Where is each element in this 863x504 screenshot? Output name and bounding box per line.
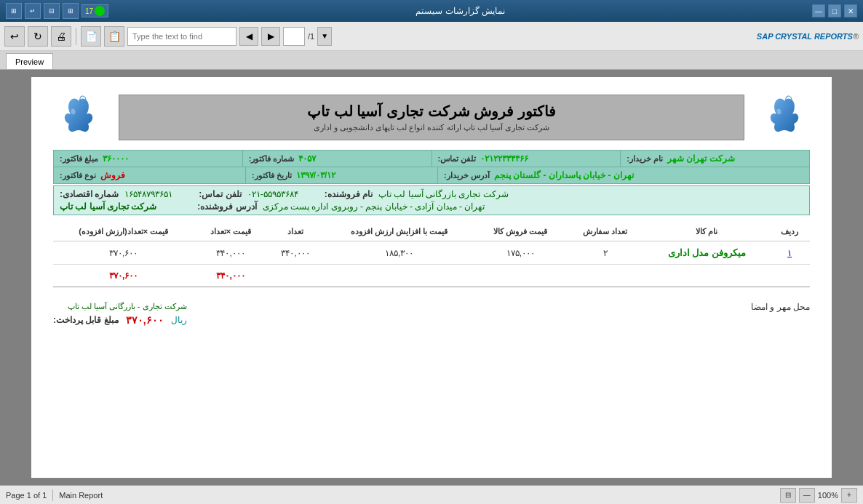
zoom-level: 100% bbox=[818, 491, 838, 500]
amount-value: ۳۶۰۰۰۰ bbox=[103, 153, 129, 164]
search-input[interactable] bbox=[127, 27, 236, 46]
info-cell-address: تهران - خیابان پاسداران - گلستان پنجم آد… bbox=[437, 167, 809, 183]
next-page-button[interactable]: ▶ bbox=[261, 27, 280, 46]
info-cell-date: ۱۳۹۷/۰۳/۱۲ تاریخ فاکتور: bbox=[245, 167, 437, 183]
stamp-label: محل مهر و امضا bbox=[751, 302, 810, 312]
green-status-dot bbox=[95, 6, 105, 16]
seller-eco-value: ۱۶۵۴۸۷۹۳۶۵۱ bbox=[124, 189, 172, 199]
toolbar-icon-1[interactable]: ⊞ bbox=[6, 3, 22, 19]
toolbar-icon-2[interactable]: ↵ bbox=[25, 3, 41, 19]
seller-eco-label: شماره اقتصادی: bbox=[60, 189, 119, 199]
close-button[interactable]: ✕ bbox=[844, 4, 857, 17]
info-cell-invoice-num: ۴۰۵۷ شماره فاکتور: bbox=[242, 151, 432, 167]
phone-value: ۰۲۱۲۲۳۳۴۴۶۶ bbox=[480, 153, 528, 164]
export-button[interactable]: 📄 bbox=[81, 26, 101, 47]
info-cell-amount: ۳۶۰۰۰۰ مبلغ فاکتور: bbox=[54, 151, 242, 167]
title-box: فاکتور فروش شرکت تجاری آسیا لب تاپ شرکت … bbox=[119, 95, 744, 140]
content-area[interactable]: فاکتور فروش شرکت تجاری آسیا لب تاپ شرکت … bbox=[0, 70, 863, 485]
print-button[interactable]: 🖨 bbox=[51, 26, 71, 47]
total-pages: /1 bbox=[308, 32, 314, 41]
zoom-in-button[interactable]: + bbox=[841, 488, 857, 503]
seller-phone-label: تلفن تماس: bbox=[199, 189, 241, 199]
cell-qty: ۳۴۰,۰۰۰ bbox=[268, 241, 324, 265]
title-bar: ⊞ ↵ ⊟ ⊞ 17 نمایش گزارشات سیستم — □ ✕ bbox=[0, 0, 863, 22]
seller-row-2: تهران - میدان آزادی - خیابان پنجم - روبر… bbox=[60, 201, 803, 212]
prev-page-button[interactable]: ◀ bbox=[239, 27, 258, 46]
tab-bar: Preview bbox=[0, 51, 863, 70]
currency-label: ریال bbox=[171, 315, 187, 325]
window-controls: — □ ✕ bbox=[812, 4, 857, 17]
seller-section: شرکت تجاری بازرگانی آسیا لب تاپ نام فروش… bbox=[53, 185, 810, 215]
preview-tab[interactable]: Preview bbox=[6, 53, 53, 69]
toolbar-icon-4[interactable]: ⊞ bbox=[63, 3, 79, 19]
page-dropdown-button[interactable]: ▼ bbox=[317, 27, 332, 46]
document-subtitle: شرکت تجاری آسیا لب تاپ ارائه کننده انواع… bbox=[134, 123, 729, 132]
th-total-price: قیمت ×تعداد bbox=[194, 223, 268, 241]
window-title: نمایش گزارشات سیستم bbox=[415, 6, 505, 16]
info-cell-buyer-name: شرکت تهران شهر نام خریدار: bbox=[620, 151, 809, 167]
counter-value: 17 bbox=[85, 7, 93, 15]
document-title: فاکتور فروش شرکت تجاری آسیا لب تاپ bbox=[134, 103, 729, 120]
phone-label: تلفن تماس: bbox=[438, 154, 477, 164]
cell-product-name: میکروفن مدل اداری bbox=[645, 241, 770, 265]
zoom-fit-button[interactable]: ⊟ bbox=[780, 488, 796, 503]
payment-area: شرکت تجاری - بازرگانی آسیا لب تاپ ریال ۳… bbox=[53, 302, 187, 329]
th-row-num: ردیف bbox=[769, 223, 810, 241]
status-bar: Page 1 of 1 Main Report ⊟ — 100% + bbox=[0, 485, 863, 504]
back-button[interactable]: ↩ bbox=[4, 26, 25, 47]
date-value: ۱۳۹۷/۰۳/۱۲ bbox=[296, 170, 336, 180]
amount-label: مبلغ فاکتور: bbox=[60, 154, 98, 164]
payment-value: ۳۷۰,۶۰۰ bbox=[126, 314, 164, 326]
zoom-out-button[interactable]: — bbox=[799, 488, 815, 503]
th-price-with-vat: قیمت با افزایش ارزش افزوده bbox=[324, 223, 475, 241]
cell-order-qty: ۲ bbox=[566, 241, 644, 265]
sap-brand: SAP CRYSTAL REPORTS® bbox=[757, 32, 859, 41]
zoom-area: ⊟ — 100% + bbox=[780, 488, 857, 503]
status-separator bbox=[52, 489, 53, 501]
document: فاکتور فروش شرکت تجاری آسیا لب تاپ شرکت … bbox=[31, 77, 832, 478]
minimize-button[interactable]: — bbox=[812, 4, 825, 17]
info-cell-invoice-type: فروش نوع فاکتور: bbox=[54, 167, 245, 183]
address-value: تهران - خیابان پاسداران - گلستان پنجم bbox=[494, 170, 634, 180]
refresh-button[interactable]: ↻ bbox=[28, 26, 48, 47]
th-product-name: نام کالا bbox=[645, 223, 770, 241]
seller-company: شرکت تجاری آسیا لب تاپ bbox=[60, 201, 156, 212]
report-label: Main Report bbox=[59, 491, 103, 500]
page-number-input[interactable]: 1 bbox=[283, 27, 305, 46]
apple-icon-left bbox=[763, 95, 806, 139]
invoice-num-value: ۴۰۵۷ bbox=[298, 153, 316, 164]
th-order-qty: تعداد سفارش bbox=[566, 223, 644, 241]
info-row-1: شرکت تهران شهر نام خریدار: ۰۲۱۲۲۳۳۴۴۶۶ ت… bbox=[54, 151, 809, 167]
company-footer: شرکت تجاری - بازرگانی آسیا لب تاپ bbox=[53, 302, 187, 311]
cell-row-num: ۱ bbox=[769, 241, 810, 265]
total-row: ۳۴۰,۰۰۰ ۳۷۰,۶۰۰ bbox=[53, 265, 810, 287]
counter-badge: 17 bbox=[81, 4, 108, 17]
export2-button[interactable]: 📋 bbox=[104, 26, 124, 47]
toolbar-icon-3[interactable]: ⊟ bbox=[44, 3, 60, 19]
doc-footer: محل مهر و امضا شرکت تجاری - بازرگانی آسی… bbox=[53, 302, 810, 329]
stamp-area: محل مهر و امضا bbox=[751, 302, 810, 312]
page-info: Page 1 of 1 bbox=[6, 491, 47, 500]
separator-1 bbox=[76, 28, 76, 45]
seller-name-label: نام فروشنده: bbox=[325, 189, 373, 199]
seller-address-value: تهران - میدان آزادی - خیابان پنجم - روبر… bbox=[263, 201, 485, 212]
seller-row-1: شرکت تجاری بازرگانی آسیا لب تاپ نام فروش… bbox=[60, 189, 803, 199]
cell-unit-price: ۱۷۵,۰۰۰ bbox=[475, 241, 567, 265]
cell-price-with-vat: ۱۸۵,۳۰۰ bbox=[324, 241, 475, 265]
th-unit-price: قیمت فروش کالا bbox=[475, 223, 567, 241]
table-header-row: ردیف نام کالا تعداد سفارش قیمت فروش کالا… bbox=[53, 223, 810, 241]
doc-header: فاکتور فروش شرکت تجاری آسیا لب تاپ شرکت … bbox=[53, 92, 810, 143]
seller-name-value: شرکت تجاری بازرگانی آسیا لب تاپ bbox=[378, 189, 509, 199]
maximize-button[interactable]: □ bbox=[828, 4, 841, 17]
th-qty: تعداد bbox=[268, 223, 324, 241]
total-label-cell bbox=[268, 265, 810, 287]
logo-right bbox=[53, 92, 104, 143]
payment-label: مبلغ قابل پرداخت: bbox=[53, 315, 119, 325]
main-toolbar: ↩ ↻ 🖨 📄 📋 ◀ ▶ 1 /1 ▼ SAP CRYSTAL REPORTS… bbox=[0, 22, 863, 51]
table-row: ۱ میکروفن مدل اداری ۲ ۱۷۵,۰۰۰ ۱۸۵,۳۰۰ ۳۴… bbox=[53, 241, 810, 265]
invoice-type-value: فروش bbox=[100, 170, 125, 180]
buyer-name-value: شرکت تهران شهر bbox=[667, 153, 735, 164]
invoice-type-label: نوع فاکتور: bbox=[60, 171, 96, 180]
buyer-name-label: نام خریدار: bbox=[627, 154, 663, 164]
info-section-1: شرکت تهران شهر نام خریدار: ۰۲۱۲۲۳۳۴۴۶۶ ت… bbox=[53, 150, 810, 184]
